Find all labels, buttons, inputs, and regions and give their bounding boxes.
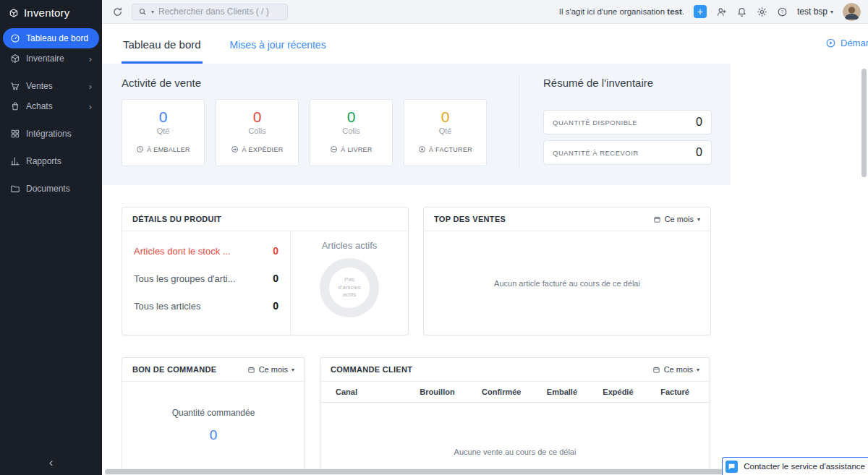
summary-label: QUANTITÉ DISPONIBLE xyxy=(553,119,637,127)
sale-card-a-emballer[interactable]: 0 Qté À EMBALLER xyxy=(122,99,205,166)
quick-create-button[interactable]: + xyxy=(694,5,707,18)
sidebar-item-ventes[interactable]: Ventes › xyxy=(3,76,99,96)
sales-order-panel: COMMANDE CLIENT Ce mois ▾ xyxy=(320,357,710,475)
help-icon[interactable]: ? xyxy=(777,7,788,17)
sidebar-item-tableau-de-bord[interactable]: Tableau de bord xyxy=(3,28,99,48)
top-selling-date-filter[interactable]: Ce mois ▾ xyxy=(653,215,700,223)
invoice-target-icon xyxy=(418,145,426,153)
global-search[interactable]: ▾ xyxy=(132,4,288,20)
shopping-bag-icon xyxy=(10,101,20,111)
inventory-summary-section: Résumé de l'inventaire QUANTITÉ DISPONIB… xyxy=(519,74,712,166)
getting-started-link[interactable]: Démarrage xyxy=(825,38,868,48)
vertical-scrollbar-thumb[interactable] xyxy=(861,69,867,177)
svg-text:?: ? xyxy=(781,9,784,14)
org-name-label: test bsp xyxy=(797,7,827,17)
summary-row-quantite-disponible: QUANTITÉ DISPONIBLE 0 xyxy=(543,110,712,134)
chevron-down-icon: ▾ xyxy=(830,9,833,15)
bar-chart-icon xyxy=(10,156,20,166)
org-switcher[interactable]: test bsp ▾ xyxy=(797,7,833,17)
chevron-down-icon: ▾ xyxy=(697,216,700,223)
horizontal-scrollbar-thumb[interactable] xyxy=(105,469,745,474)
sale-card-unit: Colis xyxy=(216,127,298,135)
sidebar-item-label: Ventes xyxy=(26,81,53,91)
column-header: Confirmée xyxy=(464,382,530,403)
sale-card-label: À EXPÉDIER xyxy=(216,145,298,153)
sidebar-item-label: Inventaire xyxy=(26,54,64,64)
topbar-right: Il s'agit ici d'une organisation test. +… xyxy=(559,3,861,21)
tab-mises-a-jour-recentes[interactable]: Mises à jour récentes xyxy=(229,39,328,64)
sidebar-item-label: Achats xyxy=(26,101,53,111)
ordered-quantity-value: 0 xyxy=(122,427,305,443)
tab-tableau-de-bord[interactable]: Tableau de bord xyxy=(122,38,203,64)
summary-label: QUANTITÉ À RECEVOIR xyxy=(553,149,639,157)
panel-row-2: BON DE COMMANDE Ce mois ▾ Quantité comma… xyxy=(122,357,711,475)
contact-support-button[interactable]: Contacter le service d'assistance xyxy=(722,457,868,475)
sidebar-item-inventaire[interactable]: Inventaire › xyxy=(3,48,99,69)
sale-card-label: À LIVRER xyxy=(310,145,392,153)
donut-title: Articles actifs xyxy=(322,240,378,251)
tabbar: Tableau de bord Mises à jour récentes Dé… xyxy=(102,24,868,64)
sale-card-value: 0 xyxy=(404,108,486,126)
product-details-list: Articles dont le stock ... 0 Tous les gr… xyxy=(122,231,290,335)
sidebar-item-integrations[interactable]: Intégrations xyxy=(3,124,99,144)
sale-activity-cards: 0 Qté À EMBALLER 0 Colis xyxy=(122,99,487,166)
summary-value: 0 xyxy=(696,146,702,159)
sidebar-item-achats[interactable]: Achats › xyxy=(3,96,99,116)
chevron-right-icon: › xyxy=(89,54,92,64)
sale-card-a-livrer[interactable]: 0 Colis À LIVRER xyxy=(310,99,393,166)
chevron-down-icon[interactable]: ▾ xyxy=(151,9,154,15)
dashboard-scroll-area: Activité de vente 0 Qté À EMBALLER xyxy=(102,64,868,475)
sale-activity-title: Activité de vente xyxy=(122,77,487,89)
column-header: Expédié xyxy=(586,382,642,403)
invite-user-icon[interactable] xyxy=(716,7,727,17)
product-details-header: DÉTAILS DU PRODUIT xyxy=(122,207,408,231)
purchase-order-body: Quantité commandée 0 xyxy=(122,382,305,443)
search-input[interactable] xyxy=(158,7,271,17)
chevron-down-icon: ▾ xyxy=(292,367,294,373)
sales-order-header: COMMANDE CLIENT Ce mois ▾ xyxy=(320,358,710,382)
play-circle-icon xyxy=(825,38,836,48)
app-logo[interactable]: Inventory xyxy=(0,0,102,28)
product-details-panel: DÉTAILS DU PRODUIT Articles dont le stoc… xyxy=(122,207,409,335)
org-note: Il s'agit ici d'une organisation test. xyxy=(559,7,684,16)
integrations-icon xyxy=(10,129,20,139)
sale-card-unit: Qté xyxy=(404,127,486,135)
sale-card-value: 0 xyxy=(310,108,392,126)
summary-value: 0 xyxy=(696,116,702,129)
chevron-right-icon: › xyxy=(89,102,92,111)
ordered-quantity-label: Quantité commandée xyxy=(122,408,305,418)
recent-activity-icon[interactable] xyxy=(112,7,123,17)
details-row-all-items[interactable]: Tous les articles 0 xyxy=(122,292,290,320)
panel-title: DÉTAILS DU PRODUIT xyxy=(132,215,221,223)
topbar: ▾ Il s'agit ici d'une organisation test.… xyxy=(102,0,868,24)
notifications-bell-icon[interactable] xyxy=(736,7,747,17)
sidebar-item-documents[interactable]: Documents xyxy=(3,179,99,199)
sale-card-value: 0 xyxy=(122,108,204,126)
product-details-body: Articles dont le stock ... 0 Tous les gr… xyxy=(122,231,408,335)
calendar-icon xyxy=(652,366,660,374)
sale-card-label: À EMBALLER xyxy=(122,145,204,153)
details-row-item-groups[interactable]: Tous les groupes d'arti... 0 xyxy=(122,265,290,292)
panel-title: BON DE COMMANDE xyxy=(132,365,216,374)
sale-card-a-facturer[interactable]: 0 Qté À FACTURER xyxy=(404,99,487,166)
main-area: ▾ Il s'agit ici d'une organisation test.… xyxy=(102,0,868,475)
empty-donut-chart: Pas d'articles actifs xyxy=(320,258,379,317)
purchase-order-header: BON DE COMMANDE Ce mois ▾ xyxy=(122,358,305,382)
panel-title: COMMANDE CLIENT xyxy=(331,365,412,374)
column-header: Brouillon xyxy=(402,382,464,403)
top-selling-panel: TOP DES VENTES Ce mois ▾ Aucun article f… xyxy=(423,207,711,335)
user-avatar[interactable] xyxy=(843,3,861,21)
sales-order-empty-message: Aucune vente au cours de ce délai xyxy=(320,403,710,475)
sale-card-a-expedier[interactable]: 0 Colis À EXPÉDIER xyxy=(216,99,299,166)
details-row-low-stock[interactable]: Articles dont le stock ... 0 xyxy=(122,237,290,265)
inventory-summary-title: Résumé de l'inventaire xyxy=(543,77,712,89)
sales-order-date-filter[interactable]: Ce mois ▾ xyxy=(652,365,699,374)
sidebar-item-rapports[interactable]: Rapports xyxy=(3,151,99,171)
sale-card-unit: Colis xyxy=(310,127,392,135)
purchase-order-date-filter[interactable]: Ce mois ▾ xyxy=(247,365,294,374)
purchase-order-panel: BON DE COMMANDE Ce mois ▾ Quantité comma… xyxy=(122,357,305,475)
settings-gear-icon[interactable] xyxy=(757,7,767,17)
app-root: Inventory Tableau de bord Inventaire › xyxy=(0,0,868,475)
sidebar-collapse-button[interactable]: ‹ xyxy=(0,450,102,475)
chevron-right-icon: › xyxy=(89,82,92,91)
